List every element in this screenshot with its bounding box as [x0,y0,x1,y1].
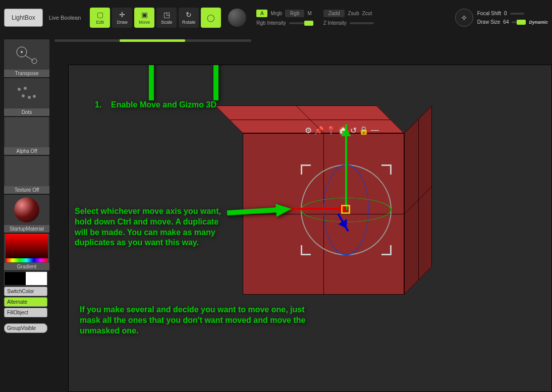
home-icon[interactable]: 🏠 [338,126,348,135]
draw-tool[interactable]: ✛Draw [112,8,132,28]
texture-thumb [5,156,48,186]
dynamic-brush-icon[interactable]: ✧ [455,9,473,27]
dots-item[interactable]: Dots [4,78,49,116]
svg-point-3 [32,59,37,64]
zadd-channel[interactable]: Zadd [323,10,345,17]
swatch-black[interactable] [5,272,26,285]
lightbox-button[interactable]: LightBox [4,9,43,27]
pin-icon[interactable]: 📌 [314,126,324,135]
live-boolean-label[interactable]: Live Boolean [49,15,81,21]
gizmo3d-tool[interactable]: ◯ [201,8,221,28]
texture-off-item[interactable]: Texture Off [4,156,49,194]
scale-tool[interactable]: ◳Scale [156,8,177,28]
draw-size-value: 64 [503,19,509,25]
rotate-tool[interactable]: ↻Rotate [179,8,199,28]
viewport[interactable]: ⚙ 📌 📍 🏠 ↺ 🔒 — 1. Enable Move and Gizmo 3… [68,65,552,392]
svg-marker-14 [275,204,292,217]
arrow-to-axis [227,204,293,224]
svg-point-1 [21,51,23,53]
swatch-white[interactable] [26,272,47,285]
focal-shift-value: 0 [504,11,507,16]
material-thumb [5,195,48,225]
swatch-row[interactable] [4,271,47,286]
hue-strip[interactable] [6,258,48,262]
svg-point-7 [28,96,31,99]
svg-point-5 [24,87,27,90]
group-visible-button[interactable]: GroupVisible [4,323,47,333]
undo-icon[interactable]: ↺ [350,126,357,135]
color-picker-item[interactable]: Gradient [4,234,49,270]
edit-tool[interactable]: ▢Edit [90,8,110,28]
transpose-icon [5,39,48,70]
dots-icon [5,78,48,108]
svg-point-4 [18,88,21,91]
alpha-off-item[interactable]: Alpha Off [4,117,49,155]
gear-icon[interactable]: ⚙ [305,126,312,135]
dynamic-label: Dynamic [529,20,548,25]
zsub-label[interactable]: Zsub [348,11,359,16]
a-channel[interactable]: A [256,10,267,17]
arrow-to-gizmo [206,65,236,105]
brush-sphere[interactable] [228,9,246,27]
cube-right-face [404,105,432,295]
z-intensity-slider[interactable] [350,22,374,24]
focal-slider[interactable] [510,13,524,15]
alpha-thumb [5,117,48,147]
step3-text: If you make several and decide you want … [80,305,317,336]
step1-text: Enable Move and Gizmo 3D [111,100,216,109]
svg-point-8 [33,95,36,98]
transpose-item[interactable]: Transpose [4,39,49,77]
draw-size-slider[interactable] [512,21,526,23]
rgb-channel[interactable]: Rgb [285,10,304,17]
fill-object-button[interactable]: FillObject [4,308,47,317]
marker-icon[interactable]: 📍 [326,126,336,135]
focal-shift-label: Focal Shift [477,11,501,16]
color-picker[interactable] [5,234,48,263]
z-intensity-label: Z Intensity [323,20,347,26]
gizmo-toolbar: ⚙ 📌 📍 🏠 ↺ 🔒 — [305,126,379,135]
draw-size-label: Draw Size [477,19,501,25]
mrgb-label[interactable]: Mrgb [270,11,282,16]
m-label[interactable]: M [307,11,311,16]
alternate-button[interactable]: Alternate [4,297,47,307]
zcut-label[interactable]: Zcut [362,11,372,16]
svg-point-6 [22,94,25,97]
rgb-intensity-label: Rgb Intensity [256,20,286,26]
dash-icon[interactable]: — [371,126,379,135]
step2-text: Select whichever move axis you want, hol… [75,206,224,248]
startup-material-item[interactable]: StartupMaterial [4,195,49,233]
switch-color-button[interactable]: SwitchColor [4,287,47,296]
timeline-fill [120,39,185,42]
step1-num: 1. [95,100,101,109]
move-tool[interactable]: ▣Move [134,8,154,28]
lock-icon[interactable]: 🔒 [359,126,369,135]
rgb-intensity-slider[interactable] [289,22,313,24]
svg-line-13 [227,210,278,213]
